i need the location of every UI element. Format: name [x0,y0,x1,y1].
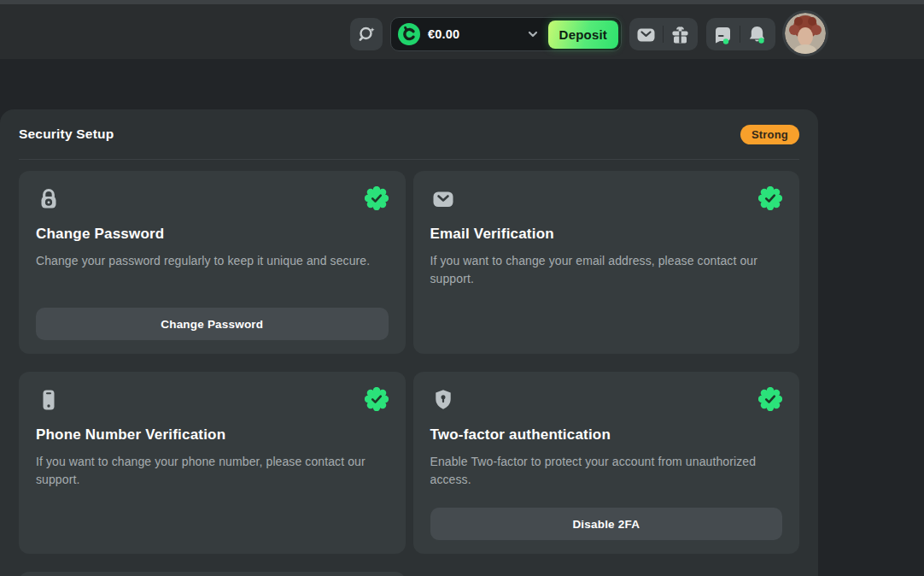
notifications-button[interactable] [740,18,774,50]
card-description: Enable Two-factor to protect your accoun… [430,453,783,489]
wallet-balance-selector[interactable]: €0.00 Deposit [390,17,622,51]
lock-icon [36,186,61,212]
search-button[interactable] [350,18,383,50]
verified-badge-icon [758,387,782,411]
user-avatar[interactable] [785,13,826,54]
email-verification-card: Email Verification If you want to change… [413,171,800,354]
card-title: Change Password [36,226,389,243]
change-password-button[interactable]: Change Password [36,308,389,340]
chat-icon [712,24,734,45]
chevron-down-icon[interactable] [526,27,540,41]
envelope-icon [430,186,456,212]
two-factor-card: Two-factor authentication Enable Two-fac… [413,372,800,554]
change-password-card: Change Password Change your password reg… [19,171,406,354]
card-title: Email Verification [430,226,783,243]
gift-button[interactable] [664,18,697,50]
phone-icon [36,387,61,413]
mail-icon [635,24,657,45]
verified-badge-icon [365,387,389,411]
page-title: Security Setup [19,126,114,142]
mail-button[interactable] [629,18,663,50]
next-card-partial [19,572,406,576]
verified-badge-icon [758,186,782,210]
card-description: If you want to change your phone number,… [36,453,389,489]
balance-amount: €0.00 [428,27,459,41]
phone-verification-card: Phone Number Verification If you want to… [19,372,406,554]
card-title: Two-factor authentication [430,426,783,444]
currency-coin-icon [398,23,420,45]
mail-gift-group [629,18,698,50]
gift-icon [670,24,691,45]
top-navigation-bar: €0.00 Deposit [0,4,924,59]
panel-header: Security Setup Strong [19,109,799,160]
search-icon [356,24,377,44]
card-description: Change your password regularly to keep i… [36,252,389,270]
deposit-button[interactable]: Deposit [548,21,618,49]
verified-badge-icon [365,186,389,210]
security-cards-grid: Change Password Change your password reg… [19,171,799,576]
chat-bell-group [706,18,775,50]
shield-lock-icon [430,387,456,413]
security-setup-panel: Security Setup Strong [0,109,818,576]
support-chat-button[interactable] [706,18,740,50]
card-description: If you want to change your email address… [430,252,783,288]
password-strength-badge: Strong [740,125,799,144]
card-title: Phone Number Verification [36,426,389,444]
disable-2fa-button[interactable]: Disable 2FA [430,508,783,540]
bell-icon [746,24,768,45]
